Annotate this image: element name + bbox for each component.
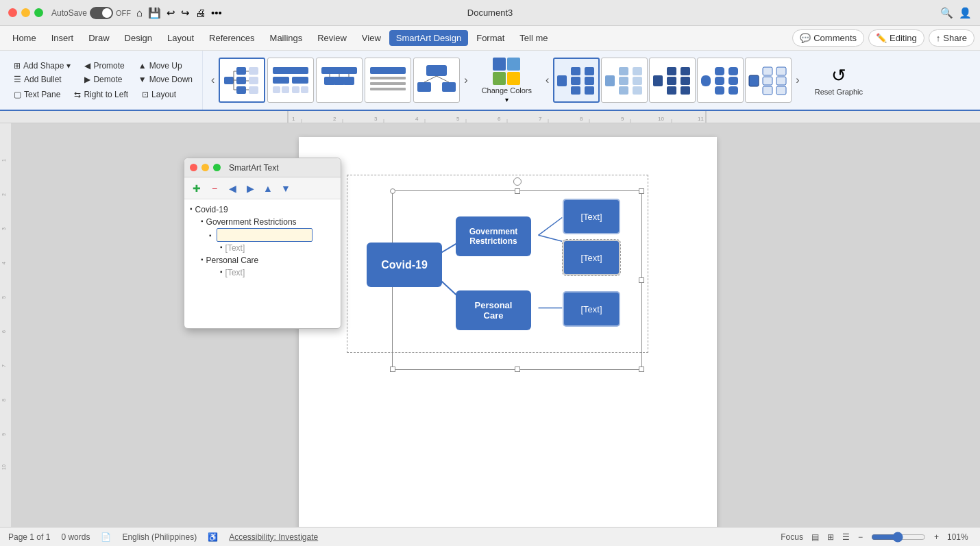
resize-handle-bl[interactable] [390, 367, 395, 372]
view-web-icon[interactable]: ⊞ [827, 532, 834, 542]
text-node-1[interactable]: [Text] [563, 199, 620, 234]
add-bullet-button[interactable]: ☰ Add Bullet [10, 73, 75, 86]
zoom-level[interactable]: 101% [947, 532, 972, 542]
search-icon[interactable]: 🔍 [940, 7, 953, 19]
menu-format[interactable]: Format [469, 30, 511, 46]
layouts-prev-button[interactable]: ‹ [208, 74, 217, 86]
layout-thumb-3[interactable] [316, 58, 363, 103]
right-to-left-button[interactable]: ⇆ Right to Left [70, 88, 132, 101]
pane-add-button[interactable]: ✚ [188, 180, 205, 197]
resize-handle-tl[interactable] [390, 188, 395, 194]
pane-left-button[interactable]: ◀ [224, 180, 241, 197]
menu-review[interactable]: Review [310, 30, 354, 46]
pane-up-button[interactable]: ▲ [260, 180, 276, 197]
svg-rect-70 [776, 77, 786, 85]
undo-icon[interactable]: ↩ [167, 7, 175, 19]
canvas-area[interactable]: Covid-19 GovernmentRestrictions Personal… [11, 123, 980, 527]
svg-rect-63 [728, 77, 738, 85]
layout-thumb-4[interactable] [365, 58, 411, 103]
svg-rect-67 [763, 77, 772, 85]
smartart-diagram[interactable]: Covid-19 GovernmentRestrictions Personal… [347, 175, 648, 353]
pane-close-button[interactable] [190, 164, 197, 171]
layouts-next-button[interactable]: › [461, 74, 470, 86]
svg-rect-18 [282, 86, 289, 93]
share-button[interactable]: ↑ Share [929, 29, 975, 47]
mid-node-gov-restrictions[interactable]: GovernmentRestrictions [456, 216, 531, 256]
layout-button[interactable]: ⊡ Layout [138, 88, 180, 101]
comments-button[interactable]: 💬 Comments [792, 29, 864, 47]
svg-rect-57 [681, 86, 690, 95]
pane-remove-button[interactable]: − [206, 180, 223, 197]
person-icon[interactable]: 👤 [959, 7, 972, 19]
menu-smartart-design[interactable]: SmartArt Design [389, 30, 468, 46]
editing-button[interactable]: ✏️ Editing [868, 29, 924, 47]
text-pane-button[interactable]: ▢ Text Pane [10, 88, 64, 101]
zoom-in-icon[interactable]: + [934, 532, 939, 542]
main-area: 1 2 3 4 5 6 7 8 9 10 [0, 123, 980, 527]
more-icon[interactable]: ••• [211, 7, 222, 18]
resize-handle-mr[interactable] [639, 277, 644, 283]
menu-view[interactable]: View [355, 30, 388, 46]
menu-home[interactable]: Home [5, 30, 43, 46]
maximize-button[interactable] [34, 8, 43, 17]
change-colors-group[interactable]: Change Colors ▾ [476, 51, 537, 110]
resize-handle-bc[interactable] [515, 367, 520, 372]
focus-button[interactable]: Focus [781, 532, 803, 542]
svg-rect-66 [763, 67, 772, 75]
add-shape-button[interactable]: ⊞ Add Shape ▾ [10, 60, 75, 72]
svg-text:6: 6 [1, 330, 6, 333]
styles-prev-button[interactable]: ‹ [543, 74, 552, 86]
layout-icon: ⊡ [142, 90, 149, 99]
style-thumb-5[interactable] [745, 58, 792, 103]
text-node-2-selected[interactable]: [Text] [563, 240, 620, 275]
menu-mailings[interactable]: Mailings [263, 30, 310, 46]
menu-insert[interactable]: Insert [45, 30, 81, 46]
svg-rect-7 [236, 86, 246, 94]
demote-button[interactable]: ▶ Demote [80, 73, 128, 86]
accessibility-status[interactable]: Accessibility: Investigate [229, 532, 318, 542]
style-thumb-2[interactable] [601, 58, 648, 103]
svg-text:4: 4 [415, 116, 419, 122]
text-node-3[interactable]: [Text] [563, 291, 620, 327]
promote-button[interactable]: ◀ Promote [80, 60, 128, 72]
minimize-button[interactable] [21, 8, 30, 17]
svg-rect-47 [619, 86, 628, 95]
pane-down-button[interactable]: ▼ [278, 180, 294, 197]
layout-thumb-1[interactable] [219, 58, 265, 103]
menu-design[interactable]: Design [118, 30, 159, 46]
layout-thumb-5[interactable] [413, 58, 460, 103]
redo-icon[interactable]: ↪ [181, 7, 190, 19]
layout-thumb-2[interactable] [267, 58, 314, 103]
zoom-out-icon[interactable]: − [858, 532, 863, 542]
autosave-toggle[interactable] [90, 7, 113, 19]
move-up-button[interactable]: ▲ Move Up [134, 60, 197, 72]
save-icon[interactable]: 💾 [148, 7, 161, 19]
close-button[interactable] [8, 8, 17, 17]
resize-handle-tc[interactable] [515, 188, 520, 194]
reset-graphic-group[interactable]: ↺ Reset Graphic [808, 51, 870, 110]
menu-references[interactable]: References [202, 30, 261, 46]
mid-node-personal-care[interactable]: PersonalCare [456, 290, 531, 330]
view-outline-icon[interactable]: ☰ [842, 532, 850, 542]
resize-handle-br[interactable] [639, 367, 644, 372]
pane-text-input[interactable] [217, 228, 313, 242]
styles-next-button[interactable]: › [793, 74, 802, 86]
center-node-covid19[interactable]: Covid-19 [367, 243, 442, 287]
menu-layout[interactable]: Layout [160, 30, 201, 46]
style-thumb-1[interactable] [553, 58, 600, 103]
pane-minimize-button[interactable] [201, 164, 209, 171]
style-thumb-3[interactable] [649, 58, 696, 103]
menu-draw[interactable]: Draw [82, 30, 116, 46]
pane-maximize-button[interactable] [213, 164, 221, 171]
print-icon[interactable]: 🖨 [195, 7, 206, 18]
svg-text:3: 3 [1, 227, 6, 230]
house-icon[interactable]: ⌂ [136, 7, 143, 18]
style-thumb-4[interactable] [697, 58, 744, 103]
rotate-handle[interactable] [513, 177, 522, 186]
menu-tell-me[interactable]: Tell me [513, 30, 554, 46]
move-down-button[interactable]: ▼ Move Down [134, 73, 197, 86]
view-normal-icon[interactable]: ▤ [811, 532, 819, 542]
pane-right-button[interactable]: ▶ [242, 180, 258, 197]
resize-handle-tr[interactable] [639, 188, 644, 194]
zoom-slider[interactable] [871, 532, 926, 543]
